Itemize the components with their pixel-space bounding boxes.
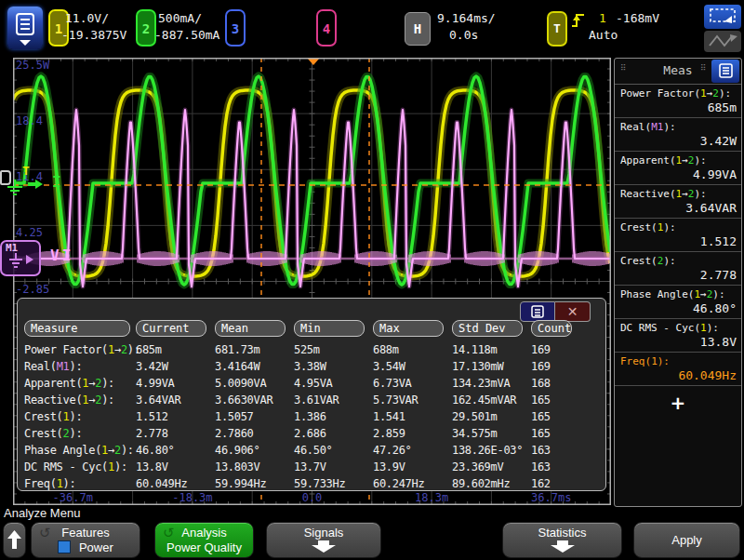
waveform-nav-button[interactable] (704, 31, 741, 52)
meas-item-6[interactable]: Phase Angle(1→2):46.80° (615, 286, 741, 319)
menu-up-button[interactable] (3, 522, 26, 558)
table-header-measure[interactable]: Measure (24, 320, 130, 337)
ch1-offset: -19.3875V (61, 28, 126, 42)
horizontal-key[interactable]: H (405, 12, 431, 46)
softkey-features[interactable]: ↺ Features Power (31, 522, 140, 558)
svg-text:18.3m: 18.3m (415, 491, 448, 504)
waveform-arrows-icon (704, 31, 741, 52)
channel-4-key[interactable]: 4 (316, 9, 337, 47)
menu-title-bar: Analyze Menu (0, 506, 614, 521)
table-header-row: MeasureCurrentMeanMinMaxStd DevCount (18, 320, 612, 337)
svg-text:18.4: 18.4 (16, 114, 43, 127)
table-menu-button[interactable] (520, 301, 555, 322)
math-ground-icon (7, 253, 41, 275)
meas-item-8[interactable]: Freq(1):60.049Hz (615, 353, 741, 386)
table-row-5: Crest(2):2.7782.78602.6862.85934.575m165 (18, 425, 605, 442)
timebase-delay: 0.0s (449, 28, 478, 42)
meas-item-0[interactable]: Power Factor(1→2):685m (615, 85, 741, 118)
add-measurement-button[interactable]: + (615, 392, 741, 414)
table-header-current[interactable]: Current (136, 320, 206, 337)
ch2-offset: -887.50mA (154, 28, 219, 42)
meas-item-3[interactable]: Reactive(1→2):3.64VAR (615, 185, 741, 219)
table-header-std-dev[interactable]: Std Dev (452, 320, 523, 337)
svg-text:-18.3m: -18.3m (172, 491, 212, 504)
meas-item-7[interactable]: DC RMS - Cyc(1):13.8V (615, 319, 741, 353)
power-checkbox[interactable] (58, 540, 71, 553)
channel-2-key[interactable]: 2 (136, 9, 156, 47)
drag-dots-icon: ⠿ (700, 65, 708, 71)
timebase-scale: 9.164ms/ (437, 11, 496, 25)
table-body: Power Factor(1→2):685m681.73m525m688m14.… (18, 341, 605, 492)
main-menu-button[interactable] (7, 7, 43, 49)
trigger-key[interactable]: T (547, 11, 567, 47)
zoom-region-button[interactable] (704, 5, 741, 29)
softkey-signals[interactable]: Signals (266, 522, 381, 558)
table-header-count[interactable]: Count (531, 320, 572, 337)
table-row-6: Phase Angle(1→2):46.80°46.906°46.50°47.2… (18, 442, 605, 459)
meas-list: Power Factor(1→2):685mReal(M1):3.42WAppa… (615, 85, 741, 386)
svg-text:-2.85: -2.85 (16, 283, 49, 296)
ch2-scale: 500mA/ (158, 11, 202, 25)
table-row-2: Apparent(1→2):4.99VA5.0090VA4.95VA6.73VA… (18, 375, 605, 392)
meas-panel-menu-button[interactable] (711, 60, 739, 83)
meas-item-2[interactable]: Apparent(1→2):4.99VA (615, 152, 741, 185)
svg-text:4.25: 4.25 (16, 226, 43, 239)
power-waveform-label: VI (50, 247, 73, 264)
hamburger-menu-icon (7, 7, 43, 49)
drag-dots-icon: ⠿ (620, 65, 628, 71)
channel-3-key[interactable]: 3 (225, 9, 246, 47)
meas-panel-tab[interactable]: ⠿ Meas ⠿ (615, 59, 741, 85)
ch2-ground-icon (4, 180, 50, 204)
table-row-0: Power Factor(1→2):685m681.73m525m688m14.… (18, 341, 605, 358)
svg-text:36.7ms: 36.7ms (531, 491, 571, 504)
statistics-table: ✕ MeasureCurrentMeanMinMaxStd DevCount P… (17, 298, 606, 491)
svg-text:25.5W: 25.5W (16, 59, 50, 72)
table-row-4: Crest(1):1.5121.50571.3861.54129.501m165 (18, 408, 605, 425)
trigger-level: -168mV (616, 11, 659, 25)
meas-panel-menu-icon (711, 60, 739, 83)
header-bar: 1 11.0V/ -19.3875V 2 500mA/ -887.50mA 3 … (0, 0, 744, 56)
meas-panel: ⠿ Meas ⠿ Power Factor(1→2):685mReal(M1):… (614, 58, 742, 507)
down-arrow-icon (551, 540, 575, 553)
meas-item-4[interactable]: Crest(1):1.512 (615, 219, 741, 252)
trigger-slope-icon (571, 12, 586, 29)
up-arrow-icon (4, 523, 25, 557)
svg-text:-36.7m: -36.7m (53, 491, 93, 504)
table-row-8: Freq(1):60.049Hz59.994Hz59.733Hz60.247Hz… (18, 475, 605, 492)
table-menu-icon (521, 302, 554, 321)
meas-item-5[interactable]: Crest(2):2.778 (615, 252, 741, 286)
trigger-mode: Auto (589, 28, 618, 42)
down-arrow-icon (312, 540, 336, 553)
table-row-7: DC RMS - Cyc(1):13.8V13.803V13.7V13.9V23… (18, 459, 605, 475)
oscilloscope-screen: { "colors":{"ch1":"#e8e800","ch2":"#2ee8… (0, 0, 744, 560)
trigger-level-marker: T (22, 164, 30, 178)
table-close-button[interactable]: ✕ (555, 301, 591, 322)
table-header-max[interactable]: Max (373, 320, 444, 337)
table-row-3: Reactive(1→2):3.64VAR3.6630VAR3.61VAR5.7… (18, 392, 605, 408)
table-row-1: Real(M1):3.42W3.4164W3.38W3.54W17.130mW1… (18, 358, 605, 375)
math-channel-badge[interactable]: M1 (0, 240, 41, 276)
cycle-icon: ↺ (39, 525, 51, 540)
dashed-rect-select-icon (704, 5, 741, 29)
cycle-icon: ↺ (163, 525, 175, 540)
softkey-analysis[interactable]: ↺ Analysis Power Quality (154, 522, 254, 558)
table-header-min[interactable]: Min (294, 320, 365, 337)
softkey-apply[interactable]: Apply (633, 522, 740, 558)
ch1-scale: 11.0V/ (65, 11, 109, 25)
svg-text:0.0: 0.0 (302, 491, 323, 504)
meas-item-1[interactable]: Real(M1):3.42W (615, 118, 741, 152)
table-header-mean[interactable]: Mean (215, 320, 286, 337)
trigger-source: 1 (599, 11, 606, 25)
softkey-statistics[interactable]: Statistics (502, 522, 622, 558)
current-waveform-label: I (52, 173, 61, 191)
